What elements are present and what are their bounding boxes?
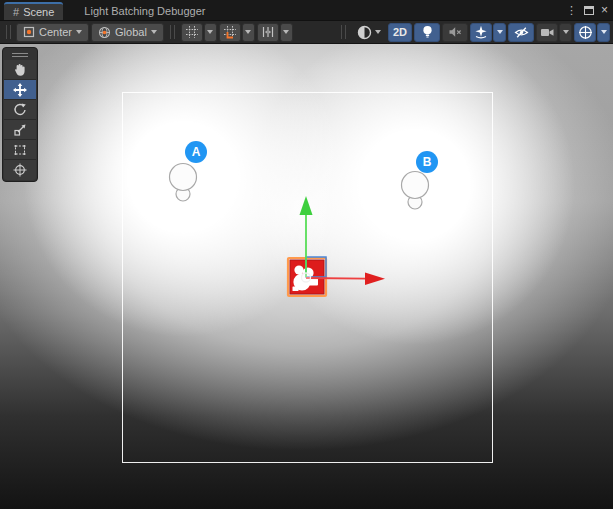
toolbar-separator — [341, 25, 346, 39]
grid-visibility-dropdown[interactable] — [204, 23, 217, 42]
grid-visibility-button[interactable] — [181, 23, 203, 42]
scene-tab-icon: # — [13, 6, 18, 18]
window-controls: ⋮ × — [566, 0, 613, 20]
scene-lighting-toggle[interactable] — [414, 23, 440, 42]
audio-muted-icon — [448, 26, 462, 38]
light-badge-b-label: B — [423, 155, 432, 169]
transform-tool-icon — [13, 163, 27, 177]
orientation-label: Global — [115, 26, 147, 38]
tab-light-batching-debugger[interactable]: Light Batching Debugger — [75, 2, 214, 20]
scene-toolbar: Center Global — [0, 20, 613, 44]
visibility-off-icon — [514, 26, 529, 39]
scale-tool-icon — [13, 123, 27, 137]
orientation-dropdown[interactable]: Global — [91, 23, 164, 42]
move-gizmo[interactable] — [280, 189, 395, 304]
window-menu-icon[interactable]: ⋮ — [566, 0, 577, 20]
camera-icon — [540, 27, 555, 38]
tool-rect[interactable] — [4, 140, 36, 160]
rotate-tool-icon — [13, 103, 27, 117]
rect-tool-icon — [13, 143, 27, 157]
scene-visibility-toggle[interactable] — [508, 23, 534, 42]
2d-mode-toggle[interactable]: 2D — [388, 23, 412, 42]
lightbulb-icon — [421, 25, 434, 39]
chevron-down-icon — [563, 30, 569, 34]
tab-scene[interactable]: # Scene — [4, 2, 63, 20]
effects-toggle[interactable] — [470, 23, 492, 42]
grid-visibility-icon — [185, 25, 199, 39]
grid-snapping-button[interactable] — [219, 23, 241, 42]
snap-increment-dropdown[interactable] — [280, 23, 293, 42]
effects-icon — [474, 25, 488, 39]
component-tools-toggle[interactable] — [574, 23, 596, 42]
tool-move[interactable] — [4, 80, 36, 100]
chevron-down-icon — [151, 30, 157, 34]
chevron-down-icon — [601, 30, 607, 34]
move-tool-icon — [13, 83, 27, 97]
camera-settings-dropdown[interactable] — [559, 23, 572, 42]
tab-scene-label: Scene — [23, 6, 54, 18]
tab-bar: # Scene Light Batching Debugger ⋮ × — [0, 0, 613, 20]
pivot-label: Center — [39, 26, 72, 38]
chevron-down-icon — [245, 30, 251, 34]
scene-viewport[interactable]: A B — [0, 44, 613, 509]
tool-column — [2, 47, 38, 182]
toolbar-separator — [170, 25, 175, 39]
globe-icon — [98, 26, 111, 39]
tool-hand[interactable] — [4, 60, 36, 80]
component-tools-dropdown[interactable] — [597, 23, 610, 42]
chevron-down-icon — [283, 30, 289, 34]
effects-dropdown[interactable] — [493, 23, 506, 42]
toolbar-grip[interactable] — [6, 25, 11, 39]
component-gizmo-icon — [578, 25, 593, 40]
tool-column-grip[interactable] — [4, 49, 36, 60]
snap-increment-button[interactable] — [257, 23, 279, 42]
light-badge-b[interactable]: B — [416, 151, 438, 173]
grid-snapping-icon — [223, 25, 237, 39]
chevron-down-icon — [76, 30, 82, 34]
shading-mode-dropdown[interactable] — [352, 23, 386, 42]
maximize-icon[interactable] — [584, 6, 594, 15]
tool-scale[interactable] — [4, 120, 36, 140]
pivot-dropdown[interactable]: Center — [16, 23, 89, 42]
2d-mode-label: 2D — [389, 26, 411, 38]
camera-settings-button[interactable] — [536, 23, 558, 42]
chevron-down-icon — [207, 30, 213, 34]
audio-toggle[interactable] — [442, 23, 468, 42]
light-gizmo-a[interactable] — [163, 156, 203, 204]
hand-tool-icon — [13, 63, 27, 77]
chevron-down-icon — [375, 30, 381, 34]
unity-scene-window: # Scene Light Batching Debugger ⋮ × Cent… — [0, 0, 613, 509]
tool-transform[interactable] — [4, 160, 36, 180]
light-badge-a-label: A — [192, 145, 201, 159]
chevron-down-icon — [497, 30, 503, 34]
tab-light-batching-debugger-label: Light Batching Debugger — [84, 5, 205, 17]
grid-snapping-dropdown[interactable] — [242, 23, 255, 42]
gizmo-origin-handle[interactable] — [302, 273, 311, 282]
pivot-icon — [23, 26, 35, 38]
snap-increment-icon — [261, 25, 275, 39]
tool-rotate[interactable] — [4, 100, 36, 120]
shading-mode-icon — [357, 25, 372, 40]
close-icon[interactable]: × — [601, 0, 608, 20]
light-badge-a[interactable]: A — [185, 141, 207, 163]
